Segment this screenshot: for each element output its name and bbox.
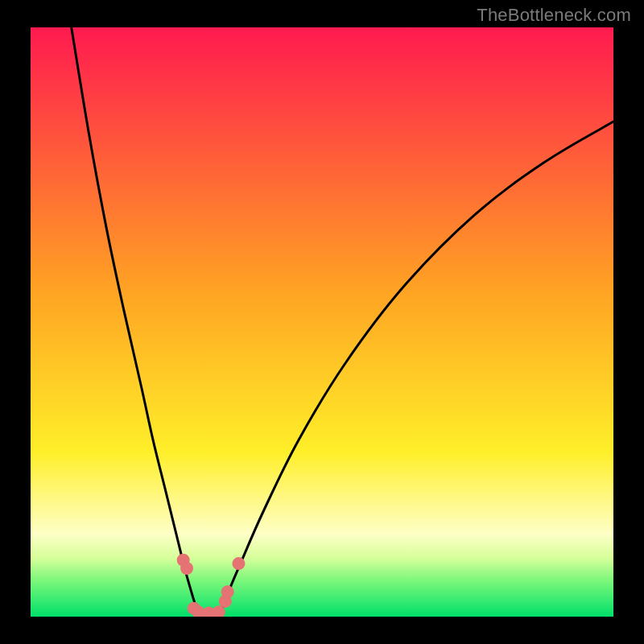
plot-background (31, 27, 613, 617)
data-point (180, 562, 193, 575)
data-point (221, 585, 234, 598)
data-point (232, 557, 245, 570)
watermark-text: TheBottleneck.com (477, 5, 631, 26)
bottleneck-chart (0, 0, 644, 644)
chart-frame: { "watermark": "TheBottleneck.com", "cha… (0, 0, 644, 644)
